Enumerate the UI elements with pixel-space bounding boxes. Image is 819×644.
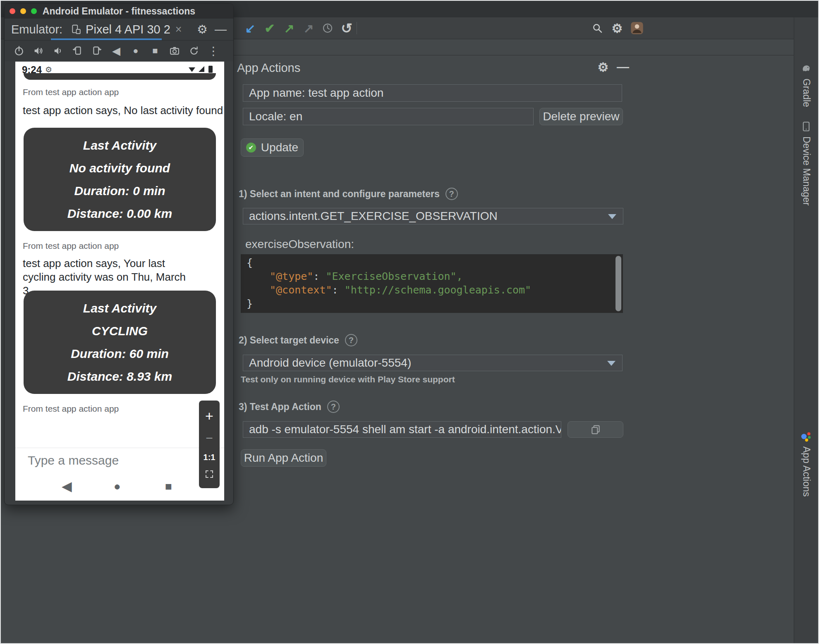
code-editor[interactable]: { "@type": "ExerciseObservation", "@cont…: [241, 254, 623, 313]
step1-label-row: 1) Select an intent and configure parame…: [239, 188, 458, 200]
step1-help-icon[interactable]: ?: [445, 188, 458, 200]
card-activity: CYCLING: [92, 324, 148, 338]
code-scrollbar[interactable]: [615, 256, 621, 311]
intent-dropdown[interactable]: actions.intent.GET_EXERCISE_OBSERVATION: [243, 208, 623, 224]
device-value: Android device (emulator-5554): [249, 356, 411, 370]
app-name-field[interactable]: App name: test app action: [243, 84, 622, 102]
chat-sender-label: From test app action app: [23, 87, 119, 97]
code-line: {: [247, 257, 253, 269]
ide-settings-gear-icon[interactable]: ⚙: [610, 21, 625, 36]
rotate-right-icon[interactable]: [91, 45, 103, 57]
step2-help-icon[interactable]: ?: [345, 334, 357, 346]
zoom-ratio-button[interactable]: 1:1: [204, 453, 216, 462]
update-button[interactable]: ✔ Update: [241, 138, 304, 157]
locale-field[interactable]: Locale: en: [243, 108, 534, 125]
toolbar-separator: [357, 22, 357, 34]
page-title: App Actions: [237, 61, 300, 75]
card-title: Last Activity: [83, 138, 156, 153]
adb-command-value: adb -s emulator-5554 shell am start -a a…: [249, 423, 561, 436]
emulator-controls-bar: ◀ ● ■ ⋮: [5, 41, 233, 61]
chat-sender-label: From test app action app: [23, 241, 119, 251]
history-clock-icon[interactable]: [320, 21, 335, 36]
step3-label-row: 3) Test App Action ?: [239, 401, 340, 413]
user-avatar[interactable]: [630, 21, 644, 36]
adb-command-input[interactable]: adb -s emulator-5554 shell am start -a a…: [243, 421, 561, 438]
panel-top-border: [234, 55, 795, 55]
intent-value: actions.intent.GET_EXERCISE_OBSERVATION: [249, 210, 498, 223]
camera-icon[interactable]: [168, 45, 181, 57]
more-options-icon[interactable]: ⋮: [207, 45, 220, 57]
code-line: "@type": "ExerciseObservation",: [270, 270, 463, 282]
card-duration: Duration: 60 min: [71, 347, 169, 361]
assistant-dots-icon: [800, 431, 812, 442]
run-app-action-button[interactable]: Run App Action: [241, 449, 326, 467]
android-back-button[interactable]: ◀: [62, 478, 72, 494]
volume-up-icon[interactable]: [32, 45, 45, 57]
rotate-left-icon[interactable]: [71, 45, 84, 57]
volume-down-icon[interactable]: [52, 45, 64, 57]
card-distance: Distance: 8.93 km: [67, 370, 172, 384]
search-icon[interactable]: [590, 21, 605, 36]
home-icon[interactable]: ●: [129, 45, 142, 57]
card-title: Last Activity: [83, 301, 156, 315]
panel-minimize-icon[interactable]: —: [615, 60, 630, 74]
step2-label-row: 2) Select target device ?: [239, 334, 357, 346]
active-tab-underline: [51, 38, 162, 40]
delete-preview-button[interactable]: Delete preview: [539, 108, 623, 125]
push-arrow-icon[interactable]: ↗: [282, 21, 297, 36]
scrolled-card-remnant: [24, 73, 216, 80]
snapshot-icon[interactable]: [188, 45, 200, 57]
gradle-icon: [800, 63, 812, 74]
battery-icon: [208, 66, 213, 73]
panel-settings-gear-icon[interactable]: ⚙: [596, 60, 611, 74]
android-overview-button[interactable]: ■: [165, 480, 172, 493]
fit-screen-icon[interactable]: [204, 469, 214, 481]
step3-label: 3) Test App Action: [239, 401, 321, 413]
device-tab[interactable]: Pixel 4 API 30 2 ×: [69, 19, 184, 40]
code-line: }: [247, 298, 253, 310]
tab-gradle[interactable]: Gradle: [794, 63, 818, 107]
power-icon[interactable]: [13, 45, 25, 57]
activity-card: Last Activity CYCLING Duration: 60 min D…: [24, 291, 216, 394]
undo-icon[interactable]: ↺: [339, 21, 354, 36]
overview-icon[interactable]: ■: [149, 45, 161, 57]
close-tab-icon[interactable]: ×: [175, 23, 182, 36]
tab-device-manager[interactable]: Device Manager: [794, 121, 818, 205]
activity-card: Last Activity No activity found Duration…: [24, 128, 216, 231]
window-title: Android Emulator - fitnessactions: [5, 6, 233, 17]
push-disabled-arrow-icon[interactable]: ↗: [301, 21, 316, 36]
device-tab-label: Pixel 4 API 30 2: [86, 23, 170, 36]
emulator-titlebar: Android Emulator - fitnessactions: [5, 4, 233, 19]
emulator-tab-bar: Emulator: Pixel 4 API 30 2 × ⚙ —: [5, 19, 233, 41]
tab-app-actions[interactable]: App Actions: [794, 431, 818, 496]
device-note: Test only on running device with Play St…: [241, 374, 455, 384]
code-line: "@context": "http://schema.googleapis.co…: [270, 284, 531, 296]
update-project-icon[interactable]: ↙: [243, 21, 258, 36]
chevron-down-icon: [608, 214, 616, 219]
phone-screen: 9:24 ⚙ From test app action app test app…: [15, 62, 224, 501]
zoom-out-button[interactable]: −: [206, 431, 213, 445]
app-name-value: App name: test app action: [249, 86, 383, 100]
device-dropdown[interactable]: Android device (emulator-5554): [243, 355, 623, 371]
step2-label: 2) Select target device: [239, 335, 339, 346]
back-icon[interactable]: ◀: [110, 45, 122, 57]
right-tool-sidebar: Gradle Device Manager App Actions: [794, 17, 818, 644]
chat-sender-label: From test app action app: [23, 404, 119, 414]
input-divider: [15, 448, 224, 448]
message-input[interactable]: Type a message: [28, 453, 119, 467]
zoom-controls: + − 1:1: [199, 401, 220, 488]
zoom-in-button[interactable]: +: [205, 408, 213, 424]
emulator-label: Emulator:: [11, 23, 62, 36]
android-home-button[interactable]: ●: [114, 480, 121, 493]
param-name-label: exerciseObservation:: [245, 238, 354, 251]
emulator-minimize-icon[interactable]: —: [215, 23, 227, 36]
emulator-settings-gear-icon[interactable]: ⚙: [197, 22, 208, 36]
card-duration: Duration: 0 min: [74, 184, 165, 198]
chevron-down-icon: [607, 361, 615, 366]
step3-help-icon[interactable]: ?: [327, 401, 340, 413]
commit-check-icon[interactable]: ✔: [262, 21, 277, 36]
copy-command-button[interactable]: [568, 421, 623, 438]
device-manager-icon: [800, 121, 812, 132]
screenshot-root: ↙ ✔ ↗ ↗ ↺ ⚙ App Actions ⚙ — App name: te…: [0, 0, 819, 644]
card-distance: Distance: 0.00 km: [67, 207, 172, 221]
